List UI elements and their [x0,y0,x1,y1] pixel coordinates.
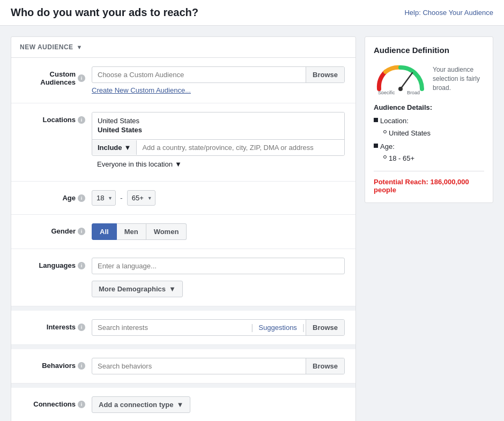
main-content: NEW AUDIENCE ▼ Custom Audiences i Browse [0,26,504,421]
interests-separator [11,306,355,311]
potential-reach: Potential Reach: 186,000,000 people [374,178,484,194]
age-row: Age i 18 19 20 21 25 [22,190,345,206]
interests-control: | Suggestions | Browse [92,319,345,336]
gender-women-btn[interactable]: Women [146,223,187,240]
svg-line-0 [401,73,412,89]
locations-control: United States United States Include ▼ [92,112,345,172]
custom-audiences-label: Custom Audiences i [22,66,92,86]
interests-browse-btn[interactable]: Browse [306,320,344,335]
sub-circle-location [383,130,387,133]
languages-input[interactable] [92,258,345,274]
everyone-dropdown-arrow: ▼ [175,160,182,168]
location-input-row: Include ▼ [92,139,344,155]
location-selected: United States United States [92,112,344,139]
connection-type-dropdown[interactable]: Add a connection type ▼ [92,396,190,413]
left-panel: NEW AUDIENCE ▼ Custom Audiences i Browse [11,36,356,421]
behaviors-label: Behaviors i [22,358,92,370]
more-demographics-control: More Demographics ▼ [92,274,345,297]
gender-men-btn[interactable]: Men [117,223,146,240]
custom-audiences-control: Browse Create New Custom Audience... [92,66,345,94]
connections-section: Connections i Add a connection type ▼ [11,388,355,421]
age-section: Age i 18 19 20 21 25 [11,182,355,215]
gender-label: Gender i [22,223,92,235]
languages-section: Languages i More Demographics ▼ [11,249,355,306]
behaviors-input-row: Browse [92,358,345,374]
location-box: United States United States Include ▼ [92,112,345,156]
custom-audience-input[interactable] [92,67,306,82]
languages-control [92,258,345,274]
gender-section: Gender i All Men Women [11,215,355,249]
locations-row: Locations i United States United States … [22,112,345,172]
behaviors-separator [11,345,355,349]
svg-text:Broad: Broad [407,90,420,94]
age-dash: - [120,194,123,202]
audience-type-bar[interactable]: NEW AUDIENCE ▼ [11,37,355,58]
locations-info-icon[interactable]: i [78,116,85,124]
location-country-bold: United States [98,125,339,135]
connections-info-icon[interactable]: i [78,401,85,408]
interests-divider: | [251,323,253,333]
bullet-location [374,118,378,122]
behaviors-search-input[interactable] [92,358,306,374]
interests-search-input[interactable] [92,320,250,335]
include-dropdown-arrow: ▼ [124,144,131,152]
connection-dropdown-arrow: ▼ [176,401,183,409]
interests-info-icon[interactable]: i [78,324,85,331]
behaviors-section: Behaviors i Browse [11,349,355,384]
more-demographics-btn[interactable]: More Demographics ▼ [92,281,183,297]
gauge-container: Specific Broad Your audience selection i… [374,62,484,96]
age-min-wrapper: 18 19 20 21 25 30 35 40 45 50 [92,190,116,206]
interests-row: Interests i | Suggestions | Browse [22,319,345,336]
more-demographics-arrow: ▼ [169,285,176,293]
everyone-in-location-row[interactable]: Everyone in this location ▼ [92,156,345,172]
sub-circle-age [383,155,387,159]
detail-age: Age: [374,141,484,153]
help-link[interactable]: Help: Choose Your Audience [404,9,493,17]
age-label: Age i [22,190,92,202]
age-max-wrapper: 18 19 20 21 25 30 35 40 45 50 [127,190,155,206]
behaviors-browse-btn[interactable]: Browse [306,358,344,374]
custom-audiences-browse-btn[interactable]: Browse [306,67,344,82]
age-min-select[interactable]: 18 19 20 21 25 30 35 40 45 50 [92,191,115,205]
connections-control: Add a connection type ▼ [92,396,345,413]
behaviors-row: Behaviors i Browse [22,358,345,374]
location-search-input[interactable] [137,140,344,155]
detail-location-value: United States [383,128,484,139]
gender-buttons-row: All Men Women [92,223,345,240]
detail-age-value: 18 - 65+ [383,153,484,164]
languages-info-icon[interactable]: i [78,262,85,269]
languages-row: Languages i [22,258,345,274]
include-dropdown[interactable]: Include ▼ [92,140,137,155]
audience-type-dropdown-arrow: ▼ [77,44,83,50]
detail-location: Location: [374,116,484,127]
create-custom-audience-link[interactable]: Create New Custom Audience... [92,86,345,94]
page-title: Who do you want your ads to reach? [11,6,198,19]
location-country-light: United States [98,117,339,125]
audience-details-divider [374,171,484,171]
age-info-icon[interactable]: i [78,194,85,202]
audience-type-label: NEW AUDIENCE [20,43,73,51]
page-header: Who do you want your ads to reach? Help:… [0,0,504,26]
interests-suggestions-link[interactable]: Suggestions [254,320,301,335]
gender-all-btn[interactable]: All [92,223,117,240]
audience-definition-panel: Audience Definition [365,36,493,203]
behaviors-info-icon[interactable]: i [78,362,85,370]
gauge-description: Your audience selection is fairly broad. [433,65,484,92]
gender-info-icon[interactable]: i [78,228,85,235]
locations-label: Locations i [22,112,92,124]
interests-divider2: | [302,323,305,333]
gender-control: All Men Women [92,223,345,240]
page-wrapper: Who do you want your ads to reach? Help:… [0,0,504,421]
interests-label: Interests i [22,319,92,331]
locations-section: Locations i United States United States … [11,103,355,182]
audience-definition-title: Audience Definition [374,46,484,55]
connections-separator [11,384,355,388]
custom-audience-input-row: Browse [92,66,345,83]
svg-point-1 [398,87,403,91]
more-demographics-row: More Demographics ▼ [22,274,345,297]
connections-label: Connections i [22,396,92,408]
age-max-select[interactable]: 18 19 20 21 25 30 35 40 45 50 [128,191,155,205]
custom-audiences-info-icon[interactable]: i [78,74,85,82]
svg-text:Specific: Specific [378,90,395,94]
age-selectors-row: 18 19 20 21 25 30 35 40 45 50 [92,190,345,206]
